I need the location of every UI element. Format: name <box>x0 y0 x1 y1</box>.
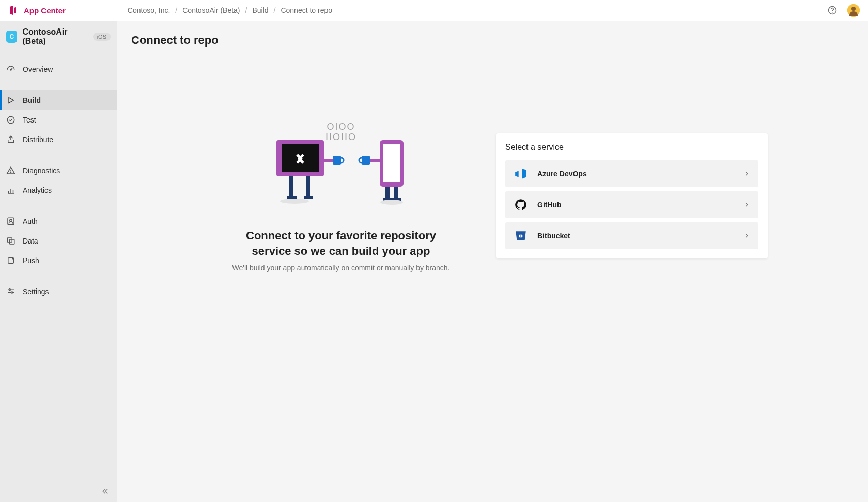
help-icon[interactable] <box>828 6 837 15</box>
sidebar-item-build[interactable]: Build <box>0 90 117 110</box>
svg-rect-28 <box>383 144 400 182</box>
svg-rect-26 <box>333 156 341 165</box>
sidebar-item-auth[interactable]: Auth <box>0 211 117 231</box>
svg-text:OIOO: OIOO <box>327 121 355 132</box>
chevron-right-icon <box>743 201 750 208</box>
svg-rect-29 <box>385 187 390 199</box>
card-title: Select a service <box>505 143 758 152</box>
sidebar-item-label: Analytics <box>23 186 52 194</box>
chevron-right-icon <box>743 232 750 239</box>
bar-chart-icon <box>6 186 16 195</box>
sidebar-item-label: Test <box>23 116 36 124</box>
svg-point-6 <box>7 116 14 124</box>
page-title: Connect to repo <box>131 34 854 47</box>
sidebar-item-label: Settings <box>23 287 49 296</box>
service-item-github[interactable]: GitHub <box>505 191 758 218</box>
check-circle-icon <box>6 115 16 125</box>
svg-point-7 <box>10 172 11 173</box>
github-icon <box>514 197 528 212</box>
svg-rect-25 <box>324 159 333 162</box>
svg-rect-30 <box>394 187 398 199</box>
sidebar-item-label: Auth <box>23 217 38 225</box>
sidebar-item-distribute[interactable]: Distribute <box>0 130 117 149</box>
service-label: Bitbucket <box>537 232 743 240</box>
breadcrumb-item[interactable]: Build <box>252 6 268 14</box>
sidebar-item-label: Data <box>23 237 38 245</box>
sidebar-item-label: Overview <box>23 65 53 73</box>
sidebar-item-data[interactable]: Data <box>0 231 117 251</box>
sidebar-item-settings[interactable]: Settings <box>0 282 117 301</box>
empty-subtext: We'll build your app automatically on co… <box>217 264 465 272</box>
service-label: GitHub <box>537 201 743 209</box>
breadcrumb-separator: / <box>245 6 247 14</box>
sidebar-item-push[interactable]: Push <box>0 251 117 270</box>
azure-devops-icon <box>514 166 528 181</box>
service-item-bitbucket[interactable]: Bitbucket <box>505 222 758 249</box>
breadcrumb: Contoso, Inc. / ContosoAir (Beta) / Buil… <box>128 6 332 14</box>
breadcrumb-item[interactable]: Connect to repo <box>281 6 332 14</box>
select-service-card: Select a service Azure DevOps GitHub <box>496 133 768 258</box>
svg-rect-35 <box>362 156 370 165</box>
platform-pill: iOS <box>93 33 111 41</box>
brand[interactable]: App Center <box>8 5 66 16</box>
data-icon <box>6 236 16 246</box>
sidebar-item-overview[interactable]: Overview <box>0 59 117 79</box>
breadcrumb-separator: / <box>175 6 177 14</box>
svg-point-13 <box>12 257 14 260</box>
app-header[interactable]: C ContosoAir (Beta) iOS <box>0 21 117 52</box>
service-label: Azure DevOps <box>537 170 743 178</box>
breadcrumb-separator: / <box>274 6 276 14</box>
sliders-icon <box>6 287 16 296</box>
breadcrumb-item[interactable]: ContosoAir (Beta) <box>182 6 240 14</box>
user-avatar[interactable] <box>847 4 860 17</box>
warning-icon <box>6 166 16 175</box>
breadcrumb-item[interactable]: Contoso, Inc. <box>128 6 171 14</box>
svg-rect-20 <box>289 176 293 197</box>
svg-point-24 <box>280 199 309 204</box>
user-badge-icon <box>6 217 16 226</box>
sidebar-item-label: Build <box>23 96 41 104</box>
sidebar-item-label: Distribute <box>23 135 53 144</box>
svg-rect-34 <box>370 159 380 162</box>
main-content: Connect to repo OIOO IIOIIO <box>117 21 868 502</box>
service-item-azure-devops[interactable]: Azure DevOps <box>505 160 758 187</box>
svg-text:IIOIIO: IIOIIO <box>326 132 357 142</box>
sidebar-item-label: Diagnostics <box>23 166 60 175</box>
svg-point-1 <box>832 12 832 13</box>
svg-point-14 <box>9 289 10 291</box>
app-badge: C <box>6 31 17 43</box>
sidebar-item-label: Push <box>23 256 39 265</box>
svg-rect-21 <box>306 176 310 197</box>
app-name: ContosoAir (Beta) <box>22 27 85 46</box>
empty-state: OIOO IIOIIO <box>217 119 465 272</box>
bitbucket-icon <box>514 229 528 243</box>
nav: Overview Build Test <box>0 52 117 313</box>
gauge-icon <box>6 65 16 74</box>
chevron-right-icon <box>743 170 750 177</box>
sidebar: C ContosoAir (Beta) iOS Overview Build <box>0 21 117 502</box>
svg-marker-5 <box>9 98 13 103</box>
sidebar-item-diagnostics[interactable]: Diagnostics <box>0 161 117 180</box>
collapse-sidebar-button[interactable] <box>100 486 110 496</box>
svg-rect-23 <box>304 196 313 199</box>
svg-point-15 <box>11 292 13 293</box>
topbar: App Center Contoso, Inc. / ContosoAir (B… <box>0 0 868 21</box>
empty-heading: Connect to your favorite repository serv… <box>217 228 465 258</box>
svg-point-3 <box>851 7 856 11</box>
sidebar-item-analytics[interactable]: Analytics <box>0 180 117 200</box>
app-center-logo-icon <box>8 5 19 16</box>
connect-illustration: OIOO IIOIIO <box>217 119 465 207</box>
sidebar-item-test[interactable]: Test <box>0 110 117 130</box>
svg-point-33 <box>380 200 403 205</box>
play-icon <box>6 96 16 105</box>
svg-point-37 <box>520 235 522 237</box>
push-icon <box>6 256 16 265</box>
brand-name: App Center <box>24 6 66 15</box>
distribute-icon <box>6 135 16 144</box>
